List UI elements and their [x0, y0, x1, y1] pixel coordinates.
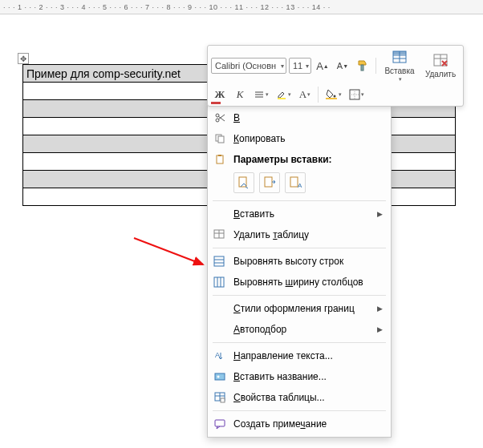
- menu-paste-options: Параметры вставки:: [208, 149, 391, 170]
- insert-label: Вставка: [384, 67, 414, 75]
- menu-table-properties[interactable]: Свойства таблицы...: [208, 387, 391, 408]
- paste-keep-formatting[interactable]: [233, 172, 254, 193]
- caption-icon: [213, 370, 227, 383]
- menu-border-styles[interactable]: Стили оформления границ ▶: [208, 298, 391, 319]
- menu-distribute-cols[interactable]: Выровнять ширину столбцов: [208, 272, 391, 293]
- font-size-combo[interactable]: 11: [289, 58, 311, 74]
- paste-text-only[interactable]: A: [285, 172, 306, 193]
- svg-rect-45: [221, 398, 225, 402]
- shading-button[interactable]: [323, 86, 344, 103]
- svg-rect-28: [290, 177, 298, 187]
- grow-font-button[interactable]: A▲: [314, 57, 331, 75]
- comment-icon: [213, 418, 227, 430]
- delete-label: Удалить: [425, 70, 456, 79]
- delete-table-button[interactable]: Удалить: [421, 48, 460, 83]
- scissors-icon: [213, 111, 227, 124]
- delete-table-icon: [213, 228, 227, 241]
- menu-copy[interactable]: Копировать: [208, 128, 391, 149]
- distribute-rows-icon: [213, 255, 227, 268]
- bold-button[interactable]: Ж: [211, 86, 229, 103]
- menu-cut[interactable]: В: [208, 107, 391, 128]
- table-properties-icon: [213, 391, 227, 404]
- menu-new-comment[interactable]: Создать примечание: [208, 414, 391, 434]
- menu-distribute-rows[interactable]: Выровнять высоту строк: [208, 251, 391, 272]
- svg-rect-27: [265, 177, 272, 187]
- menu-delete-table[interactable]: Удалить таблицу: [208, 224, 391, 245]
- svg-rect-46: [215, 420, 225, 426]
- svg-rect-36: [214, 277, 224, 287]
- chevron-right-icon: ▶: [377, 325, 383, 333]
- menu-insert-caption[interactable]: Вставить название...: [208, 366, 391, 387]
- svg-rect-40: [215, 373, 225, 380]
- svg-rect-24: [217, 155, 223, 163]
- insert-table-button[interactable]: Вставка: [380, 48, 419, 83]
- svg-rect-25: [218, 155, 221, 156]
- menu-autofit[interactable]: Автоподбор ▶: [208, 319, 391, 340]
- svg-line-47: [134, 238, 203, 264]
- italic-button[interactable]: К: [231, 86, 249, 103]
- menu-insert[interactable]: Вставить ▶: [208, 204, 391, 224]
- font-name-combo[interactable]: Calibri (Основн: [211, 58, 286, 74]
- ruler-marks: · · · 1 · · · 2 · · · 3 · · · 4 · · · 5 …: [3, 3, 331, 11]
- table-context-menu: В Копировать Параметры вставки: A Встави…: [207, 104, 392, 438]
- svg-rect-5: [393, 51, 406, 54]
- chevron-right-icon: ▶: [377, 210, 383, 218]
- borders-button[interactable]: [347, 86, 367, 103]
- horizontal-ruler: · · · 1 · · · 2 · · · 3 · · · 4 · · · 5 …: [0, 0, 483, 14]
- underline-button[interactable]: [251, 86, 271, 103]
- svg-rect-12: [278, 98, 286, 99]
- cell-text: Пример для comp-security.net: [26, 67, 181, 80]
- svg-rect-0: [361, 65, 363, 71]
- copy-icon: [213, 132, 227, 145]
- format-painter-button[interactable]: [354, 57, 371, 75]
- svg-point-13: [334, 95, 336, 98]
- paste-options-row: A: [208, 170, 391, 198]
- font-color-button[interactable]: A: [296, 86, 314, 103]
- highlight-button[interactable]: [274, 86, 294, 103]
- paste-merge-formatting[interactable]: [259, 172, 280, 193]
- svg-rect-23: [218, 136, 224, 143]
- distribute-cols-icon: [213, 276, 227, 289]
- annotation-arrow: [132, 234, 213, 274]
- clipboard-icon: [213, 153, 227, 166]
- svg-rect-14: [326, 98, 337, 99]
- svg-rect-33: [214, 256, 224, 266]
- svg-point-41: [217, 376, 220, 378]
- chevron-right-icon: ▶: [377, 305, 383, 313]
- text-direction-icon: A: [213, 349, 227, 362]
- menu-text-direction[interactable]: A Направление текста...: [208, 345, 391, 366]
- shrink-font-button[interactable]: A▼: [334, 57, 351, 75]
- svg-text:A: A: [298, 182, 302, 189]
- mini-toolbar: Calibri (Основн 11 A▲ A▼ Вставка Удалить…: [207, 45, 464, 107]
- table-move-handle[interactable]: ✥: [18, 53, 29, 64]
